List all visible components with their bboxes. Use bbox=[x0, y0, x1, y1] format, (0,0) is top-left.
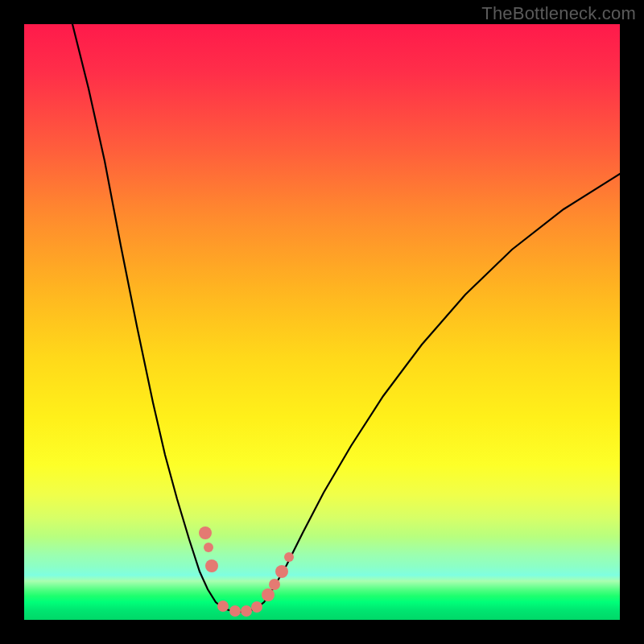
data-marker bbox=[229, 605, 241, 617]
chart-svg bbox=[24, 24, 620, 620]
plot-area bbox=[24, 24, 620, 620]
data-marker bbox=[275, 565, 288, 578]
data-marker bbox=[205, 559, 218, 572]
data-marker bbox=[284, 552, 294, 562]
curve-left-branch bbox=[72, 24, 224, 609]
watermark-text: TheBottleneck.com bbox=[481, 3, 636, 24]
marker-group bbox=[199, 526, 294, 617]
data-marker bbox=[269, 579, 280, 590]
data-marker bbox=[262, 588, 275, 601]
data-marker bbox=[199, 526, 212, 539]
data-marker bbox=[204, 543, 213, 552]
curve-right-branch bbox=[256, 174, 620, 609]
data-marker bbox=[217, 601, 229, 612]
data-marker bbox=[251, 601, 262, 613]
outer-frame: TheBottleneck.com bbox=[0, 0, 644, 644]
data-marker bbox=[241, 605, 252, 617]
